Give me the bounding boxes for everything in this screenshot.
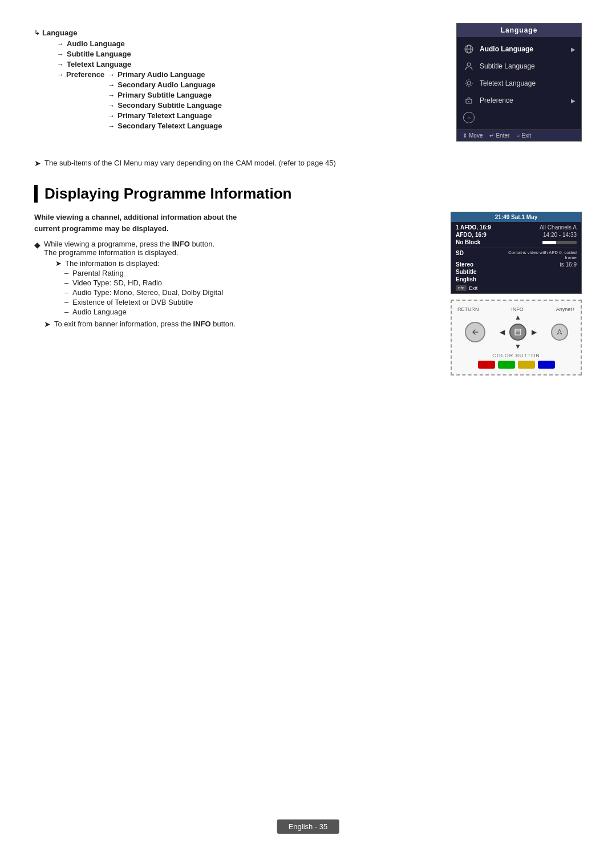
tv-menu-row-preference: Preference ▶ [457, 92, 581, 109]
note-arrow-icon: ➤ [34, 159, 41, 168]
page-content: ↳ Language → Audio Language → Subtitle L… [0, 0, 616, 398]
pref-item-label: Secondary Subtitle Language [117, 101, 222, 110]
english-label: English [456, 276, 476, 282]
note2-after: button. [211, 320, 236, 328]
stereo-label: Stereo [456, 261, 473, 268]
noblock-bar [542, 239, 577, 246]
dpad-left-icon[interactable]: ◀ [500, 328, 505, 336]
list-item: Parental Rating [64, 269, 433, 277]
programme-info-section: Displaying Programme Information While v… [34, 185, 582, 375]
programme-section-body: While viewing a channel, additional info… [34, 212, 582, 375]
tree-item-subtitle: → Subtitle Language [57, 50, 439, 58]
exit-circle-icon: ○ [516, 132, 520, 139]
tv-language-menu: Language Audio Language ▶ [456, 23, 582, 142]
pref-item-5: → Primary Teletext Language [108, 111, 222, 120]
pref-item-6: → Secondary Teletext Language [108, 122, 222, 130]
footer-move-label: Move [469, 132, 483, 139]
intro-line1: While viewing a channel, additional info… [34, 213, 237, 221]
dpad-center-button[interactable] [509, 324, 526, 341]
note2-normal: To exit from banner information, press t… [54, 320, 193, 328]
person-icon [463, 60, 475, 72]
info-row-stereo: Stereo is 16:9 [456, 261, 577, 268]
info-row-sd: SD Contains video with AFD 0; coded fram… [456, 250, 577, 260]
bullet1-text-bold: INFO [172, 240, 190, 248]
dpad-down-icon[interactable]: ▼ [514, 342, 521, 350]
info-row-subtitle: Subtitle [456, 269, 577, 275]
return-label: RETURN [457, 306, 479, 312]
remote-labels-row: RETURN INFO Anynet+ [457, 306, 575, 312]
pref-item-1: → Primary Audio Language [108, 70, 222, 79]
preference-row: → Preference → Primary Audio Language → … [57, 70, 439, 132]
arrow-icon: → [57, 60, 64, 68]
sub-item-text: Parental Rating [72, 269, 124, 277]
channel-label: 1 AFDO, 16:9 [456, 224, 491, 231]
info-exit-btn[interactable]: nfo [456, 285, 467, 291]
info-label: nfo [458, 285, 464, 290]
bullet-content-1: While viewing a programme, press the INF… [44, 240, 433, 329]
note2-text: To exit from banner information, press t… [54, 320, 236, 328]
arrow-icon: → [57, 50, 64, 58]
return-button[interactable] [465, 322, 485, 342]
sub-sub-list: Parental Rating Video Type: SD, HD, Radi… [64, 269, 433, 316]
tv-menu-body: Audio Language ▶ Subtitle Language [457, 37, 581, 130]
list-item: Audio Type: Mono, Stereo, Dual, Dolby Di… [64, 288, 433, 297]
tree-item-label: Preference [66, 70, 104, 79]
section-header: Displaying Programme Information [34, 185, 582, 203]
tree-root: ↳ Language [34, 29, 439, 37]
green-button[interactable] [498, 361, 515, 369]
lock-circle: ○ [463, 112, 475, 123]
top-section: ↳ Language → Audio Language → Subtitle L… [34, 23, 582, 142]
section-bar [34, 185, 38, 203]
yellow-button[interactable] [518, 361, 535, 369]
sub-list: ➤ The information is displayed: Parental… [55, 259, 433, 316]
tree-item-label: Teletext Language [67, 60, 131, 68]
list-item: Video Type: SD, HD, Radio [64, 278, 433, 287]
sub-item-text: Audio Type: Mono, Stereo, Dual, Dolby Di… [72, 288, 223, 297]
info-row-noblock: No Block [456, 239, 577, 246]
page-footer: English - 35 [277, 822, 339, 831]
dpad-up-icon[interactable]: ▲ [514, 313, 521, 321]
programme-content: While viewing a channel, additional info… [34, 212, 433, 331]
all-channels-value: All Channels A [540, 224, 577, 231]
arrow-icon: → [57, 71, 64, 79]
blue-button[interactable] [538, 361, 555, 369]
info-row-afdo: AFDO, 16:9 14:20 - 14:33 [456, 232, 577, 238]
dpad-right-icon[interactable]: ▶ [532, 328, 537, 336]
tv-panels: 21:49 Sat.1 May 1 AFDO, 16:9 All Channel… [451, 212, 582, 375]
color-buttons [457, 361, 575, 369]
sd-desc: Contains video with AFD 0; coded frame [502, 250, 577, 260]
root-arrow-icon: ↳ [34, 29, 40, 37]
sub-item-text: Existence of Teletext or DVB Subtitle [72, 298, 193, 306]
tv-menu-footer: ⇕ Move ↵ Enter ○ Exit [457, 130, 581, 141]
tv-menu-title: Language [457, 23, 581, 37]
footer-enter-label: Enter [496, 132, 509, 139]
info-panel-header: 21:49 Sat.1 May [451, 212, 581, 222]
info-anynet-group [551, 324, 568, 341]
red-button[interactable] [478, 361, 495, 369]
section-title: Displaying Programme Information [44, 185, 291, 203]
gear-icon [463, 94, 475, 107]
arrow-icon: → [108, 71, 115, 79]
progress-bar [542, 241, 577, 244]
intro-line2: current programme may be displayed. [34, 224, 169, 233]
sub-list-header-text: The information is displayed: [65, 259, 159, 268]
footer-exit: ○ Exit [516, 132, 531, 139]
diamond-icon: ◆ [34, 240, 40, 249]
tree-item-audio: → Audio Language [57, 39, 439, 48]
exit-text: Exit [469, 285, 477, 291]
tv-menu-arrow-icon: ▶ [571, 46, 576, 53]
pref-item-4: → Secondary Subtitle Language [108, 101, 222, 110]
tv-menu-preference-label: Preference [480, 96, 566, 104]
pref-item-label: Primary Teletext Language [117, 111, 212, 120]
anynet-button[interactable] [551, 324, 568, 341]
globe-icon [463, 43, 475, 55]
note-line-2: ➤ To exit from banner information, press… [44, 320, 433, 329]
language-tree: ↳ Language → Audio Language → Subtitle L… [34, 23, 439, 132]
pref-item-label: Secondary Teletext Language [117, 122, 222, 130]
bullet-item-1: ◆ While viewing a programme, press the I… [34, 240, 433, 329]
svg-marker-9 [557, 329, 562, 334]
list-item: Audio Language [64, 308, 433, 316]
info-row-english: English [456, 276, 577, 282]
preference-sub-branch: → Primary Audio Language → Secondary Aud… [108, 70, 222, 132]
subtitle-label: Subtitle [456, 269, 477, 275]
